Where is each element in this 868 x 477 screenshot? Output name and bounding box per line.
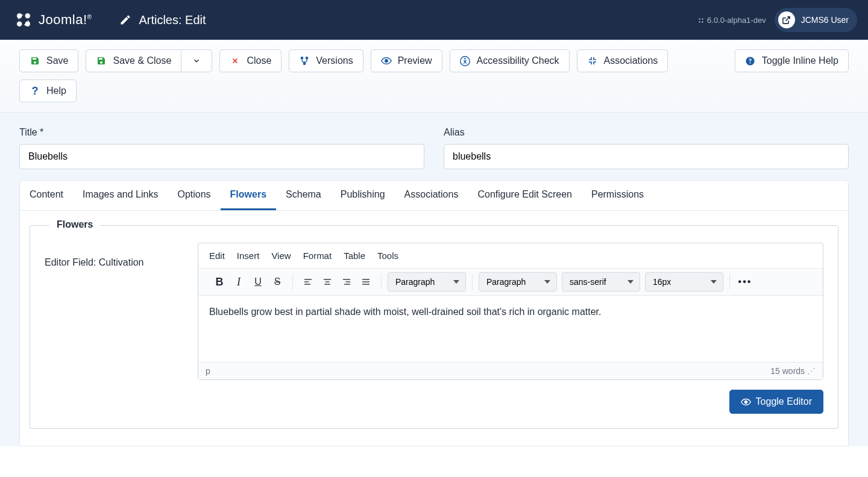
form-header: Title * Alias [0,113,868,180]
align-left-button[interactable] [299,273,317,291]
editor-menubar: EditInsertViewFormatTableTools [198,243,823,269]
align-right-button[interactable] [338,273,356,291]
tabs: ContentImages and LinksOptionsFlowersSch… [20,181,848,211]
external-link-icon [778,11,795,28]
editor-menu-view[interactable]: View [271,251,291,261]
tab-publishing[interactable]: Publishing [331,181,395,210]
save-button[interactable]: Save [19,49,78,72]
save-close-button[interactable]: Save & Close [86,49,181,72]
editor-content[interactable]: Bluebells grow best in partial shade wit… [198,296,823,362]
chevron-down-icon [191,55,202,66]
editor-menu-edit[interactable]: Edit [209,251,225,261]
help-button[interactable]: ? Help [19,80,77,102]
brand-logo[interactable]: Joomla!® [0,0,105,40]
align-center-button[interactable] [318,273,336,291]
editor-menu-format[interactable]: Format [303,251,332,261]
editor-path[interactable]: p [206,366,210,376]
version-text[interactable]: 6.0.0-alpha1-dev [697,16,766,25]
eye-icon [741,397,751,407]
tab-permissions[interactable]: Permissions [582,181,653,210]
underline-button[interactable]: U [249,273,267,291]
close-button[interactable]: Close [219,49,281,72]
fieldset-legend: Flowers [49,219,100,230]
alias-label: Alias [444,127,849,138]
bold-button[interactable]: B [210,273,228,291]
block-select[interactable]: Paragraph [388,272,466,292]
svg-point-13 [385,60,388,63]
save-icon [30,55,40,66]
tab-configure-edit-screen[interactable]: Configure Edit Screen [468,181,582,210]
save-icon [96,55,107,66]
editor-menu-insert[interactable]: Insert [237,251,260,261]
editor-statusbar: p 15 words ⋰ [198,362,823,379]
italic-button[interactable]: I [230,273,248,291]
svg-point-1 [25,13,31,19]
editor-field-label: Editor Field: Cultivation [45,243,183,414]
tab-content[interactable]: Content [20,181,73,210]
pencil-icon [119,14,131,26]
header: Joomla!® Articles: Edit 6.0.0-alpha1-dev… [0,0,868,40]
tab-images-and-links[interactable]: Images and Links [73,181,168,210]
tab-schema[interactable]: Schema [276,181,331,210]
user-menu[interactable]: JCMS6 User [775,8,857,32]
versions-button[interactable]: Versions [289,49,363,72]
editor-menu-table[interactable]: Table [344,251,365,261]
tab-flowers[interactable]: Flowers [221,181,276,210]
strikethrough-button[interactable]: S [268,273,286,291]
page-title: Articles: Edit [139,13,206,27]
fieldset-flowers: Flowers Editor Field: Cultivation EditIn… [30,225,838,429]
branch-icon [299,55,310,66]
svg-point-15 [464,58,466,60]
page-title-section: Articles: Edit [105,0,220,40]
resize-handle-icon[interactable]: ⋰ [807,366,816,376]
header-right: 6.0.0-alpha1-dev JCMS6 User [697,8,868,32]
svg-point-4 [699,18,700,19]
question-circle-icon [745,55,756,66]
toggle-editor-button[interactable]: Toggle Editor [729,390,823,414]
toggle-inline-help-button[interactable]: Toggle Inline Help [735,49,849,72]
size-select[interactable]: 16px [645,272,723,292]
svg-point-5 [702,18,703,19]
save-close-group: Save & Close [86,49,212,72]
more-button[interactable]: ••• [736,273,754,291]
tab-content-flowers: Flowers Editor Field: Cultivation EditIn… [20,211,848,446]
contract-icon [587,55,598,66]
eye-icon [381,55,392,66]
svg-point-7 [702,21,703,22]
tab-options[interactable]: Options [168,181,220,210]
toolbar: Save Save & Close Close Versions Preview… [0,40,868,113]
svg-point-10 [301,57,303,59]
editor-menu-tools[interactable]: Tools [377,251,398,261]
brand-text: Joomla!® [39,12,92,28]
svg-point-11 [306,57,308,59]
svg-point-29 [744,401,747,403]
word-count: 15 words [770,366,805,376]
associations-button[interactable]: Associations [577,49,668,72]
svg-point-2 [17,22,22,27]
style-select[interactable]: Paragraph [479,272,557,292]
save-close-dropdown[interactable] [181,49,212,72]
close-icon [230,55,241,66]
accessibility-button[interactable]: Accessibility Check [450,49,570,72]
editor-toolbar: B I U S [198,269,823,296]
question-icon: ? [30,86,40,96]
title-input[interactable] [19,144,424,169]
font-select[interactable]: sans-serif [562,272,640,292]
tab-associations[interactable]: Associations [395,181,468,210]
alias-input[interactable] [444,144,849,169]
title-label: Title * [19,127,424,138]
svg-point-12 [304,63,306,64]
wysiwyg-editor: EditInsertViewFormatTableTools B I U S [198,243,823,380]
svg-point-6 [699,21,700,22]
accessibility-icon [460,55,471,66]
joomla-icon [13,10,34,30]
preview-button[interactable]: Preview [371,49,442,72]
user-name: JCMS6 User [801,15,849,25]
align-justify-button[interactable] [357,273,375,291]
